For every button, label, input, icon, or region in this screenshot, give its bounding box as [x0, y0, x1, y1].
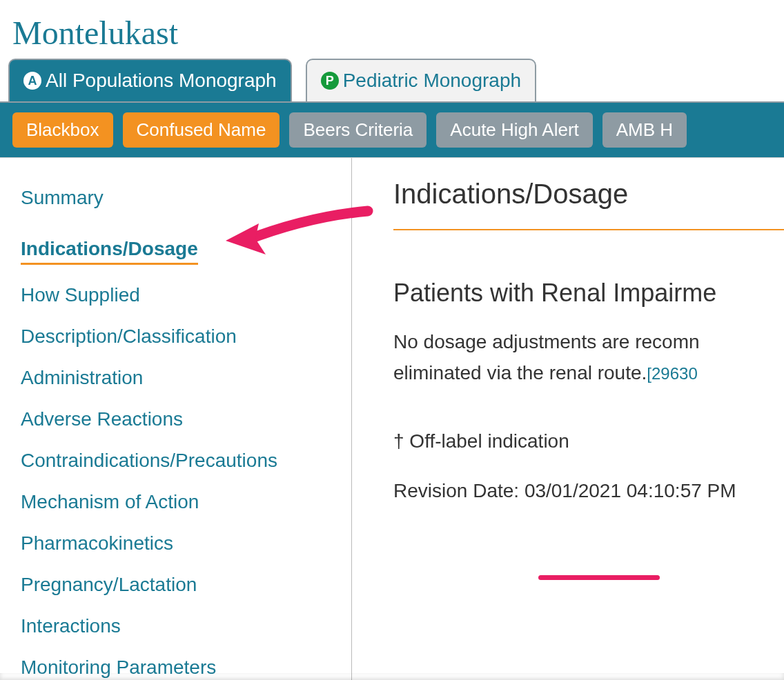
tab-label: Pediatric Monograph	[343, 70, 521, 92]
sidebar-item-indications-dosage[interactable]: Indications/Dosage	[21, 228, 198, 265]
content-area: Summary Indications/Dosage How Supplied …	[0, 157, 784, 680]
alert-amb-h-button[interactable]: AMB H	[602, 112, 687, 148]
sidebar-item-mechanism[interactable]: Mechanism of Action	[21, 481, 331, 523]
tab-pediatric[interactable]: P Pediatric Monograph	[306, 59, 536, 101]
sidebar-item-contraindications[interactable]: Contraindications/Precautions	[21, 440, 331, 481]
bottom-shadow	[0, 673, 784, 680]
page-title: Montelukast	[0, 0, 784, 59]
annotation-underline	[538, 575, 660, 580]
main-content: Indications/Dosage Patients with Renal I…	[352, 158, 784, 680]
reference-link[interactable]: [29630	[647, 364, 697, 383]
sidebar-item-adverse-reactions[interactable]: Adverse Reactions	[21, 399, 331, 440]
body-line-1: No dosage adjustments are recomn	[393, 331, 700, 352]
section-divider	[393, 229, 784, 230]
off-label-footnote: † Off-label indication	[393, 430, 784, 452]
sidebar-item-description-classification[interactable]: Description/Classification	[21, 316, 331, 357]
badge-a-icon: A	[23, 72, 41, 90]
sidebar-item-summary[interactable]: Summary	[21, 177, 331, 219]
sidebar-item-pregnancy[interactable]: Pregnancy/Lactation	[21, 564, 331, 606]
tab-label: All Populations Monograph	[46, 70, 277, 92]
tabs-row: A All Populations Monograph P Pediatric …	[0, 59, 784, 101]
section-heading: Indications/Dosage	[393, 179, 784, 210]
sidebar-item-administration[interactable]: Administration	[21, 357, 331, 399]
revision-value: 03/01/2021 04:10:57 PM	[525, 480, 736, 502]
body-line-2: eliminated via the renal route.	[393, 362, 647, 383]
sidebar-item-pharmacokinetics[interactable]: Pharmacokinetics	[21, 523, 331, 564]
alert-beers-criteria-button[interactable]: Beers Criteria	[289, 112, 427, 148]
tab-all-populations[interactable]: A All Populations Monograph	[8, 59, 292, 101]
badge-p-icon: P	[321, 72, 339, 90]
body-text: No dosage adjustments are recomn elimina…	[393, 327, 784, 389]
alert-bar: Blackbox Confused Name Beers Criteria Ac…	[0, 101, 784, 157]
alert-acute-high-alert-button[interactable]: Acute High Alert	[436, 112, 592, 148]
sidebar-item-interactions[interactable]: Interactions	[21, 606, 331, 647]
revision-label: Revision Date:	[393, 480, 525, 501]
sub-heading: Patients with Renal Impairme	[393, 279, 784, 308]
sidebar: Summary Indications/Dosage How Supplied …	[0, 158, 352, 680]
revision-date: Revision Date: 03/01/2021 04:10:57 PM	[393, 480, 784, 502]
sidebar-item-how-supplied[interactable]: How Supplied	[21, 274, 331, 316]
alert-blackbox-button[interactable]: Blackbox	[12, 112, 113, 148]
alert-confused-name-button[interactable]: Confused Name	[123, 112, 280, 148]
